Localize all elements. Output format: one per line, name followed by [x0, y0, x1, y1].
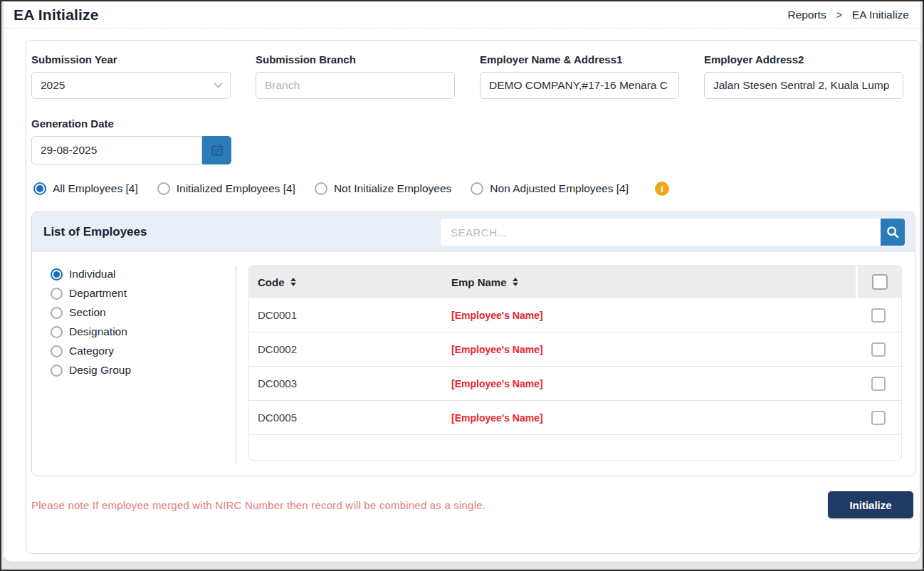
- employee-scope-options: All Employees [4] Initialized Employees …: [31, 182, 914, 196]
- panel-header: List of Employees: [32, 212, 915, 252]
- employer-address2-field: Employer Address2: [704, 53, 903, 99]
- table-row: DC0002 [Employee's Name]: [249, 332, 901, 367]
- groupby-radio-designation[interactable]: Designation: [51, 325, 236, 338]
- table-row: DC0005 [Employee's Name]: [249, 401, 901, 435]
- table-row: DC0001 [Employee's Name]: [249, 298, 901, 332]
- page-header: EA Initialize Reports > EA Initialize: [4, 1, 920, 28]
- submission-year-select[interactable]: 2025: [31, 72, 231, 99]
- column-header-code[interactable]: Code: [249, 266, 443, 298]
- scope-radio-not-initialize-employees[interactable]: Not Initialize Employees: [315, 182, 451, 195]
- radio-icon: [157, 182, 170, 195]
- breadcrumb-separator: >: [836, 9, 842, 21]
- employee-code: DC0002: [249, 343, 443, 355]
- radio-icon: [471, 182, 483, 195]
- employees-table-area: Code Emp Name DC0: [236, 252, 915, 476]
- row-checkbox[interactable]: [871, 308, 886, 323]
- groupby-radio-desig-group[interactable]: Desig Group: [51, 364, 236, 377]
- employee-code: DC0001: [249, 309, 443, 321]
- employer-name-label: Employer Name & Address1: [480, 53, 679, 66]
- row-checkbox[interactable]: [871, 377, 886, 391]
- row-select-cell: [856, 411, 901, 425]
- groupby-radio-individual[interactable]: Individual: [51, 268, 236, 281]
- radio-icon: [51, 365, 63, 377]
- breadcrumb-reports[interactable]: Reports: [787, 9, 826, 21]
- submission-year-field: Submission Year 2025: [31, 53, 231, 99]
- chevron-down-icon: [214, 79, 223, 88]
- employer-address2-label: Employer Address2: [704, 53, 903, 66]
- filter-fields-row: Submission Year 2025 Submission Branch E…: [31, 53, 914, 99]
- employee-name: [Employee's Name]: [443, 310, 856, 321]
- table-row: DC0003 [Employee's Name]: [249, 367, 901, 401]
- breadcrumb: Reports > EA Initialize: [787, 9, 909, 21]
- scope-radio-all-employees[interactable]: All Employees [4]: [33, 182, 138, 195]
- radio-icon: [51, 307, 63, 319]
- radio-icon: [315, 182, 327, 195]
- column-header-emp-name[interactable]: Emp Name: [443, 266, 856, 298]
- submission-year-label: Submission Year: [31, 53, 231, 66]
- group-by-options: Individual Department Section Designatio…: [32, 252, 236, 476]
- radio-icon: [51, 345, 63, 357]
- groupby-radio-department[interactable]: Department: [51, 287, 236, 300]
- panel-body: Individual Department Section Designatio…: [32, 252, 915, 476]
- row-checkbox[interactable]: [871, 411, 886, 425]
- column-header-select-all: [856, 266, 901, 298]
- ea-initialize-card: Submission Year 2025 Submission Branch E…: [26, 40, 920, 554]
- info-icon[interactable]: i: [655, 182, 669, 196]
- nirc-merge-note: Please note If employee merged with NIRC…: [31, 499, 485, 511]
- page-title: EA Initialize: [14, 6, 99, 23]
- search-button[interactable]: [881, 219, 905, 246]
- employee-code: DC0005: [249, 412, 443, 424]
- table-header-row: Code Emp Name: [249, 266, 901, 298]
- employer-name-field: Employer Name & Address1: [480, 53, 679, 99]
- groupby-radio-section[interactable]: Section: [51, 306, 236, 319]
- initialize-button[interactable]: Initialize: [828, 491, 913, 518]
- generation-date-input[interactable]: [31, 136, 202, 164]
- employer-address2-input[interactable]: [704, 72, 903, 99]
- employer-name-input[interactable]: [480, 72, 679, 99]
- employee-name: [Employee's Name]: [443, 344, 856, 355]
- app-surface: EA Initialize Reports > EA Initialize Su…: [4, 1, 920, 562]
- list-of-employees-panel: List of Employees Indivi: [31, 211, 915, 476]
- groupby-radio-category[interactable]: Category: [51, 345, 236, 357]
- row-select-cell: [856, 342, 901, 357]
- calendar-icon: [210, 143, 224, 157]
- employee-code: DC0003: [249, 377, 443, 389]
- breadcrumb-current: EA Initialize: [852, 9, 909, 21]
- card-footer: Please note If employee merged with NIRC…: [31, 491, 914, 518]
- generation-date-label: Generation Date: [31, 117, 914, 130]
- employee-name: [Employee's Name]: [443, 378, 856, 389]
- radio-icon: [51, 326, 63, 338]
- row-checkbox[interactable]: [871, 342, 886, 357]
- row-select-cell: [856, 377, 901, 391]
- panel-title: List of Employees: [43, 225, 147, 239]
- sort-icon[interactable]: [290, 278, 296, 286]
- submission-year-value: 2025: [41, 79, 65, 92]
- sort-icon[interactable]: [513, 278, 518, 286]
- radio-selected-icon: [51, 268, 63, 281]
- employees-table: Code Emp Name DC0: [248, 265, 902, 461]
- select-all-checkbox[interactable]: [872, 274, 888, 290]
- calendar-button[interactable]: [202, 136, 231, 164]
- radio-icon: [51, 288, 63, 300]
- submission-branch-input[interactable]: [256, 72, 455, 99]
- submission-branch-field: Submission Branch: [256, 53, 455, 99]
- search-group: [441, 219, 905, 246]
- row-select-cell: [856, 308, 901, 323]
- generation-date-field: Generation Date: [31, 117, 914, 164]
- scope-radio-initialized-employees[interactable]: Initialized Employees [4]: [157, 182, 295, 195]
- employee-name: [Employee's Name]: [443, 412, 856, 424]
- search-icon: [886, 226, 899, 239]
- search-input[interactable]: [441, 219, 881, 246]
- radio-selected-icon: [33, 182, 46, 195]
- scope-radio-non-adjusted-employees[interactable]: Non Adjusted Employees [4]: [471, 182, 629, 195]
- submission-branch-label: Submission Branch: [256, 53, 455, 66]
